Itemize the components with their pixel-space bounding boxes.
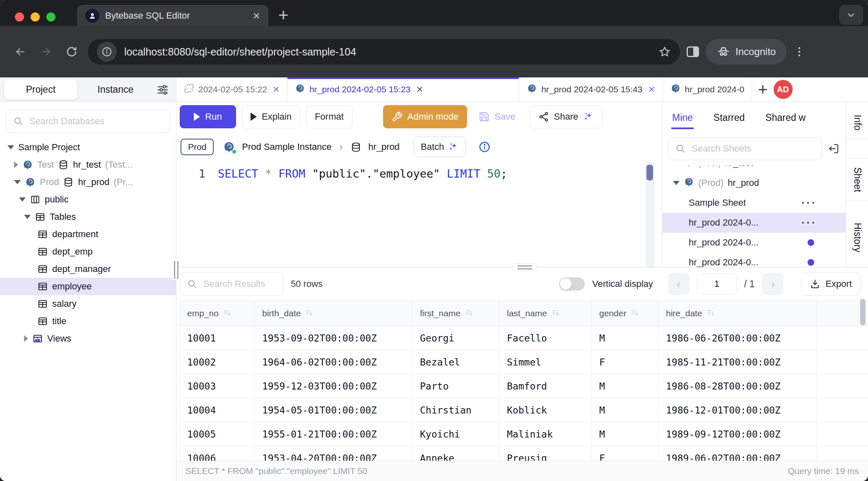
editor-toolbar: Run Explain Format Admin mode <box>176 102 662 132</box>
side-tab-history[interactable]: History <box>846 214 868 261</box>
tree-item-dept_emp[interactable]: dept_emp <box>0 243 176 260</box>
column-header-first_name[interactable]: first_name <box>412 301 499 326</box>
page-input[interactable] <box>697 273 737 295</box>
sheet-group-hr_test[interactable]: (Test)hr_test <box>662 166 846 173</box>
results-table-body: 100011953-09-02T00:00:00ZGeorgiFacelloM1… <box>179 326 868 461</box>
forward-button[interactable] <box>36 42 55 61</box>
share-button[interactable]: Share <box>530 105 603 128</box>
results-search-input[interactable] <box>203 278 276 290</box>
column-header-last_name[interactable]: last_name <box>499 301 592 326</box>
tree-item-dept_manager[interactable]: dept_manager <box>0 260 176 278</box>
sheet-item[interactable]: Sample Sheet··· <box>662 193 846 213</box>
connection-info-button[interactable] <box>478 141 491 153</box>
right-tab-strip: InfoSheetHistory <box>846 102 868 267</box>
table-row[interactable]: 100061953-04-20T00:00:00ZAnnekePreusigF1… <box>179 446 868 461</box>
admin-mode-button[interactable]: Admin mode <box>383 105 468 128</box>
tab-search-button[interactable] <box>839 5 863 25</box>
caret-down-icon <box>19 197 26 202</box>
db-icon <box>58 159 69 170</box>
tree-item-department[interactable]: department <box>0 226 176 243</box>
instance-name[interactable]: Prod Sample Instance <box>242 142 331 152</box>
user-avatar[interactable]: AD <box>774 80 793 99</box>
column-header-gender[interactable]: gender <box>592 301 658 326</box>
database-name[interactable]: hr_prod <box>368 142 400 152</box>
column-header-hire_date[interactable]: hire_date <box>658 301 817 326</box>
table-row[interactable]: 100021964-06-02T00:00:00ZBezalelSimmelF1… <box>179 350 868 374</box>
tree-item-salary[interactable]: salary <box>0 295 176 313</box>
table-row[interactable]: 100041954-05-01T00:00:00ZChirstianKoblic… <box>179 398 868 422</box>
window-minimize-button[interactable] <box>31 12 40 22</box>
tree-item-employee[interactable]: employee <box>0 278 176 295</box>
run-button[interactable]: Run <box>180 105 236 128</box>
sheet-search-input[interactable] <box>691 143 815 154</box>
table-row[interactable]: 100051955-01-21T00:00:00ZKyoichiMaliniak… <box>179 422 868 446</box>
sheet-tab-hr_prod 2024-0[interactable]: hr_prod 2024-0 <box>663 77 752 101</box>
table-row[interactable]: 100011953-09-02T00:00:00ZGeorgiFacelloM1… <box>179 326 868 350</box>
filter-button[interactable] <box>154 84 172 96</box>
reload-button[interactable] <box>62 42 81 61</box>
browser-tab[interactable]: Bytebase SQL Editor × <box>77 5 268 26</box>
tab-project[interactable]: Project <box>4 80 77 100</box>
cell-filler <box>817 422 868 446</box>
window-close-button[interactable] <box>15 12 24 22</box>
tree-item-Sample Project[interactable]: Sample Project <box>0 139 176 156</box>
column-header-birth_date[interactable]: birth_date <box>255 301 412 326</box>
cell-last_name: Facello <box>499 326 592 350</box>
sheet-item[interactable]: hr_prod 2024-0... <box>662 253 846 267</box>
sheet-tab-hr_prod 2024-02-05 15:43[interactable]: hr_prod 2024-02-05 15:43× <box>519 77 663 101</box>
save-button[interactable]: Save <box>470 105 523 128</box>
results-resize-handle[interactable] <box>513 263 537 271</box>
sql-editor[interactable]: 1 SELECT * FROM "public"."employee" LIMI… <box>176 162 662 267</box>
sheet-item[interactable]: hr_prod 2024-0... <box>662 233 846 253</box>
new-sheet-button[interactable]: + <box>758 81 767 98</box>
tree-item-hr_prod[interactable]: Prodhr_prod(Pr... <box>0 173 176 191</box>
postgres-icon <box>527 83 537 96</box>
sheet-group-hr_prod[interactable]: (Prod)hr_prod <box>662 173 846 193</box>
sheet-panel-tab-Shared w[interactable]: Shared w <box>764 105 806 129</box>
batch-button[interactable]: Batch <box>414 137 466 157</box>
more-button[interactable]: ··· <box>801 216 817 229</box>
site-info-button[interactable] <box>97 42 117 62</box>
browser-menu-button[interactable] <box>793 46 805 58</box>
tab-close-icon[interactable]: × <box>253 10 260 22</box>
database-search-input[interactable] <box>29 115 163 127</box>
sheet-panel-tab-Starred[interactable]: Starred <box>713 105 745 129</box>
sheet-tab-2024-02-05 15:22[interactable]: 2024-02-05 15:22× <box>176 77 287 101</box>
vertical-display-toggle[interactable] <box>559 277 585 291</box>
side-tab-info[interactable]: Info <box>846 106 868 139</box>
results-scrollbar[interactable] <box>860 299 866 325</box>
close-tab-icon[interactable]: × <box>416 84 423 95</box>
sidebar-resize-handle[interactable] <box>172 260 180 280</box>
tree-item-Views[interactable]: Views <box>0 330 176 347</box>
tree-item-hr_test[interactable]: Testhr_test(Test... <box>0 156 176 173</box>
sheet-panel-tab-Mine[interactable]: Mine <box>671 105 694 129</box>
tree-item-public[interactable]: public <box>0 191 176 208</box>
editor-scrollbar[interactable] <box>645 163 654 267</box>
close-tab-icon[interactable]: × <box>648 84 655 95</box>
prev-page-button[interactable]: ‹ <box>668 273 690 295</box>
editor-scrollbar-thumb[interactable] <box>646 165 653 180</box>
next-page-button[interactable]: › <box>762 273 784 295</box>
more-button[interactable]: ··· <box>801 196 817 209</box>
new-tab-button[interactable]: + <box>278 6 289 25</box>
export-button[interactable]: Export <box>801 272 861 296</box>
side-panel-button[interactable] <box>687 46 699 57</box>
window-zoom-button[interactable] <box>46 12 55 22</box>
sheet-item[interactable]: hr_prod 2024-0...··· <box>662 213 846 233</box>
back-button[interactable] <box>11 42 30 61</box>
tree-item-Tables[interactable]: Tables <box>0 208 176 226</box>
import-sheet-button[interactable] <box>827 142 840 155</box>
bookmark-button[interactable] <box>658 46 671 58</box>
side-tab-sheet[interactable]: Sheet <box>846 158 868 201</box>
sheet-tab-hr_prod 2024-02-05 15:23[interactable]: hr_prod 2024-02-05 15:23× <box>287 77 519 101</box>
column-header-emp_no[interactable]: emp_no <box>179 301 255 326</box>
url-text[interactable]: localhost:8080/sql-editor/sheet/project-… <box>124 46 651 58</box>
format-button[interactable]: Format <box>306 105 352 128</box>
close-tab-icon[interactable]: × <box>273 84 280 95</box>
table-row[interactable]: 100031959-12-03T00:00:00ZPartoBamfordM19… <box>179 374 868 398</box>
tree-item-title[interactable]: title <box>0 313 176 330</box>
address-bar[interactable]: localhost:8080/sql-editor/sheet/project-… <box>88 39 680 65</box>
explain-button[interactable]: Explain <box>242 105 300 128</box>
tab-instance[interactable]: Instance <box>79 80 152 100</box>
sql-token: LIMIT <box>447 167 480 180</box>
